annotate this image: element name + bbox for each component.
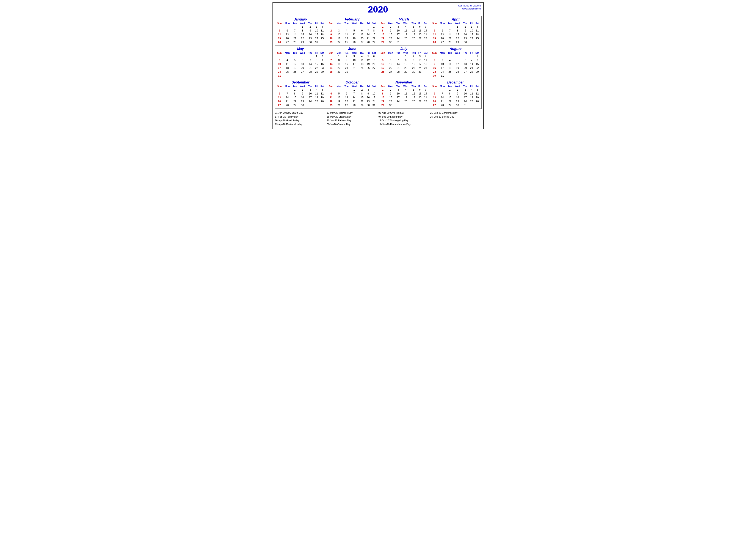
day-cell: 23	[410, 66, 417, 70]
day-cell: 16	[365, 96, 371, 99]
day-cell: 11	[402, 29, 410, 33]
day-cell: 9	[387, 92, 395, 96]
day-cell: 18	[319, 33, 325, 37]
day-cell: 18	[469, 96, 474, 99]
day-header-tue: Tue	[446, 51, 453, 54]
day-cell: 30	[431, 74, 438, 78]
day-cell: 8	[358, 92, 365, 96]
day-cell	[395, 103, 402, 107]
day-cell: 23	[453, 99, 462, 103]
day-cell: 23	[307, 37, 314, 40]
day-cell: 28	[422, 37, 429, 40]
week-row: 12131415161718	[431, 33, 480, 37]
month-block-december: DecemberSunMonTueWedThuFriSat12345678910…	[430, 79, 482, 109]
day-cell: 1	[298, 25, 307, 29]
day-header-fri: Fri	[469, 22, 474, 25]
day-cell: 22	[291, 99, 298, 103]
day-cell: 30	[387, 40, 395, 44]
day-header-thu: Thu	[410, 51, 417, 54]
week-row: 13141516171819	[431, 96, 480, 99]
day-cell: 4	[358, 54, 365, 58]
day-cell: 30	[343, 70, 350, 74]
day-cell: 14	[469, 62, 474, 66]
day-header-tue: Tue	[291, 22, 298, 25]
day-cell: 7	[291, 29, 298, 33]
day-cell: 26	[474, 99, 480, 103]
day-cell	[469, 74, 474, 78]
day-cell: 11	[358, 58, 365, 62]
day-cell: 4	[283, 58, 291, 62]
week-row: 15161718192021	[379, 96, 429, 99]
day-cell: 11	[402, 92, 410, 96]
day-header-thu: Thu	[358, 85, 365, 88]
holiday-column-1: 10-May-20 Mother's Day18-May-20 Victoria…	[327, 111, 378, 126]
day-cell	[314, 74, 319, 78]
day-cell: 7	[307, 58, 314, 62]
month-name: July	[379, 47, 429, 51]
day-header-thu: Thu	[358, 51, 365, 54]
day-cell: 27	[417, 37, 422, 40]
week-row: 262728293031	[276, 40, 326, 44]
day-cell: 29	[371, 40, 377, 44]
day-cell: 17	[314, 33, 319, 37]
day-cell: 21	[438, 99, 446, 103]
day-cell	[291, 25, 298, 29]
day-cell: 17	[438, 66, 446, 70]
month-table: SunMonTueWedThuFriSat1234567891011121314…	[431, 51, 480, 78]
day-header-tue: Tue	[395, 22, 402, 25]
day-cell: 18	[402, 33, 410, 37]
day-cell: 14	[307, 62, 314, 66]
day-cell: 15	[402, 62, 410, 66]
day-header-mon: Mon	[283, 85, 291, 88]
day-cell: 5	[276, 29, 283, 33]
day-header-thu: Thu	[462, 51, 469, 54]
day-cell	[283, 25, 291, 29]
day-cell: 29	[453, 40, 462, 44]
day-header-mon: Mon	[438, 85, 446, 88]
week-row: 9101112131415	[327, 33, 377, 37]
day-header-wed: Wed	[350, 85, 358, 88]
day-cell: 24	[314, 37, 319, 40]
day-cell: 26	[431, 40, 438, 44]
day-cell: 23	[319, 66, 325, 70]
day-cell: 6	[417, 25, 422, 29]
day-header-mon: Mon	[335, 22, 343, 25]
month-block-may: MaySunMonTueWedThuFriSat1234567891011121…	[275, 46, 327, 79]
day-cell: 4	[402, 25, 410, 29]
day-cell: 7	[469, 58, 474, 62]
week-row: 11121314151617	[327, 96, 377, 99]
day-header-sun: Sun	[379, 85, 387, 88]
day-header-sun: Sun	[276, 22, 283, 25]
day-cell: 24	[350, 66, 358, 70]
day-cell: 17	[462, 96, 469, 99]
day-cell: 21	[446, 37, 453, 40]
day-cell: 15	[474, 62, 480, 66]
day-cell: 24	[438, 70, 446, 74]
day-cell: 1	[402, 54, 410, 58]
day-cell: 23	[298, 99, 307, 103]
week-row: 12131415161718	[276, 33, 326, 37]
month-table: SunMonTueWedThuFriSat1234567891011121314…	[379, 22, 429, 44]
day-cell: 3	[469, 25, 474, 29]
day-cell	[343, 25, 350, 29]
day-cell: 11	[343, 33, 350, 37]
calendar-grid: JanuarySunMonTueWedThuFriSat123456789101…	[275, 16, 482, 109]
day-cell	[283, 74, 291, 78]
day-cell: 25	[469, 99, 474, 103]
holiday-item: 13-Apr-20 Easter Monday	[275, 123, 326, 127]
day-cell: 28	[395, 70, 402, 74]
day-cell: 24	[462, 99, 469, 103]
day-cell: 25	[474, 37, 480, 40]
day-cell	[395, 54, 402, 58]
month-table: SunMonTueWedThuFriSat1234567891011121314…	[276, 51, 326, 78]
day-cell: 14	[327, 62, 335, 66]
day-cell: 17	[335, 37, 343, 40]
day-cell: 8	[371, 29, 377, 33]
day-cell: 3	[395, 88, 402, 92]
day-cell: 16	[387, 96, 395, 99]
day-header-fri: Fri	[469, 85, 474, 88]
day-cell: 31	[395, 40, 402, 44]
day-cell: 30	[319, 70, 325, 74]
day-cell: 24	[276, 70, 283, 74]
day-cell: 1	[453, 25, 462, 29]
